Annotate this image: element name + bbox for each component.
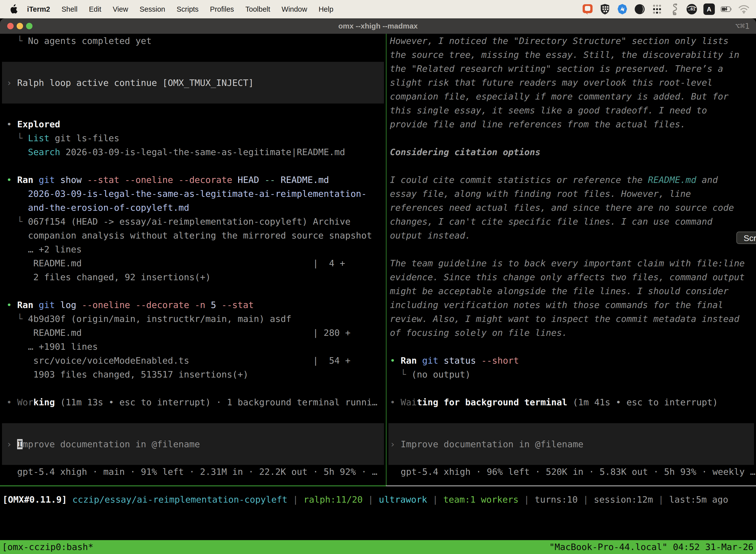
wifi-icon[interactable]	[738, 3, 750, 15]
terminal-line	[390, 242, 756, 257]
pane-border-bottom-left	[0, 486, 386, 486]
menu-item-session[interactable]: Session	[134, 5, 171, 13]
input-source-icon[interactable]: A	[703, 3, 715, 15]
terminal-line: README.md | 280 +	[6, 326, 386, 340]
menu-item-window[interactable]: Window	[276, 5, 313, 13]
terminal-line: Considering citation options	[390, 145, 756, 159]
menu-item-scripts[interactable]: Scripts	[171, 5, 204, 13]
terminal-line: └ No agents completed yet	[6, 34, 386, 48]
terminal-line: might be acceptable alongside the file l…	[390, 284, 756, 298]
tmux-session-label[interactable]: [omx-cczip0:bash*	[2, 540, 93, 554]
terminal-line: • Working (11m 13s • esc to interrupt) ·…	[6, 395, 386, 409]
menu-items: iTerm2ShellEditViewSessionScriptsProfile…	[21, 5, 339, 13]
menu-item-toolbelt[interactable]: Toolbelt	[240, 5, 276, 13]
terminal-line: 2026-03-09-is-legal-the-same-as-legitima…	[6, 187, 386, 201]
terminal-line: companion analysis without altering the …	[6, 229, 386, 242]
terminal-line	[390, 159, 756, 173]
menu-status-icons: ..61 A	[582, 3, 750, 15]
omx-status-line: [OMX#0.11.9] cczip/essay/ai-reimplementa…	[2, 493, 754, 507]
terminal-line	[6, 409, 386, 423]
terminal-line: companion file, especially if more comme…	[390, 90, 756, 104]
terminal-line: gpt-5.4 xhigh · main · 91% left · 2.31M …	[6, 465, 386, 479]
menu-bar: iTerm2ShellEditViewSessionScriptsProfile…	[0, 0, 756, 18]
terminal-line: slight risk that future readers may over…	[390, 76, 756, 90]
menu-item-profiles[interactable]: Profiles	[204, 5, 240, 13]
terminal-line: However, I noticed the "Directory Struct…	[390, 34, 756, 48]
terminal-line	[6, 284, 386, 298]
dots-grid-icon[interactable]	[651, 3, 663, 15]
terminal-line: output instead.	[390, 229, 756, 242]
terminal-line	[390, 131, 756, 145]
terminal-line	[6, 48, 386, 62]
terminal-line: review. Also, I might want to inspect th…	[390, 312, 756, 326]
tmux-status-bar: [omx-cczip0:bash* "MacBook-Pro-44.local"…	[0, 540, 756, 554]
hook-squiggle-icon[interactable]	[669, 3, 680, 15]
terminal-line: provide file and line references from th…	[390, 117, 756, 131]
terminal-input-box[interactable]: › Improve documentation in @filename	[2, 423, 384, 465]
tmux-host-clock: "MacBook-Pro-44.local" 04:52 31-Mar-26	[549, 540, 754, 554]
badge-61-icon[interactable]: ..61	[686, 3, 697, 15]
terminal-line	[6, 382, 386, 395]
terminal-line	[390, 340, 756, 354]
terminal-line: └ (no output)	[390, 368, 756, 382]
terminal-line: • Ran git show --stat --oneline --decora…	[6, 173, 386, 187]
terminal-line: • Ran git status --short	[390, 354, 756, 368]
terminal-line: … +1901 lines	[6, 340, 386, 354]
menu-item-edit[interactable]: Edit	[83, 5, 107, 13]
terminal-line: references need actual files, and since …	[390, 201, 756, 215]
terminal-input-box[interactable]: › Improve documentation in @filename	[388, 423, 754, 465]
crescent-app-icon[interactable]	[634, 3, 645, 15]
desktop: iTerm2ShellEditViewSessionScriptsProfile…	[0, 0, 756, 554]
menu-item-view[interactable]: View	[107, 5, 134, 13]
terminal-line: • Waiting for background terminal (1m 41…	[390, 395, 756, 409]
terminal-line: The team guideline is to back every impo…	[390, 257, 756, 270]
menu-item-iterm2[interactable]: iTerm2	[21, 5, 56, 13]
terminal-line: evidence. Since this change only affects…	[390, 270, 756, 284]
badge-61-label: ..61	[688, 7, 695, 12]
terminal-line: the source tree, missing the essay. Stil…	[390, 48, 756, 62]
apple-menu-icon[interactable]	[9, 4, 18, 14]
battery-icon[interactable]	[721, 3, 732, 15]
terminal-line: the "Related research writing" section i…	[390, 62, 756, 76]
screen-share-overlay[interactable]: Scre	[737, 232, 756, 244]
terminal-line: • Explored	[6, 117, 386, 131]
terminal-line: including verification notes with those …	[390, 298, 756, 312]
terminal-input-box[interactable]: › Ralph loop active continue [OMX_TMUX_I…	[2, 62, 384, 104]
blue-badge-icon[interactable]	[617, 3, 628, 15]
chat-app-icon[interactable]	[582, 3, 593, 15]
terminal-line: └ 4b9d30f (origin/main, instructkr/main,…	[6, 312, 386, 326]
terminal-pane-right[interactable]: However, I noticed the "Directory Struct…	[386, 34, 756, 486]
shield-grid-icon[interactable]	[599, 3, 611, 15]
terminal-line: • Ran git log --oneline --decorate -n 5 …	[6, 298, 386, 312]
terminal-pane-left[interactable]: └ No agents completed yet› Ralph loop ac…	[0, 34, 386, 486]
terminal-line: README.md | 4 +	[6, 257, 386, 270]
terminal-line	[6, 104, 386, 117]
terminal-line: gpt-5.4 xhigh · 96% left · 520K in · 5.8…	[390, 465, 756, 479]
terminal-line: essay file, along with finding root file…	[390, 187, 756, 201]
window-title: omx --xhigh --madmax	[0, 18, 756, 34]
input-source-label: A	[707, 5, 712, 13]
terminal-line	[390, 409, 756, 423]
terminal-line: of focusing solely on file lines.	[390, 326, 756, 340]
menu-item-help[interactable]: Help	[313, 5, 339, 13]
terminal-line: I could cite commit statistics or refere…	[390, 173, 756, 187]
terminal-line: … +2 lines	[6, 242, 386, 257]
terminal-line: 1903 files changed, 513517 insertions(+)	[6, 368, 386, 382]
terminal-line: changes, I can't cite specific file line…	[390, 215, 756, 229]
terminal-line: Search 2026-03-09-is-legal-the-same-as-l…	[6, 145, 386, 159]
terminal-line	[390, 382, 756, 395]
terminal-line: └ 067f154 (HEAD -> essay/ai-reimplementa…	[6, 215, 386, 229]
terminal-line: src/voice/voiceModeEnabled.ts | 54 +	[6, 354, 386, 368]
terminal-line: this single essay, it seems like a good …	[390, 104, 756, 117]
menu-item-shell[interactable]: Shell	[56, 5, 83, 13]
terminal-line: 2 files changed, 92 insertions(+)	[6, 270, 386, 284]
terminal-line: and-the-erosion-of-copyleft.md	[6, 201, 386, 215]
terminal-line: └ List git ls-files	[6, 131, 386, 145]
window-tab-shortcut: ⌥⌘1	[735, 18, 750, 34]
screen-share-overlay-label: Scre	[744, 233, 756, 243]
terminal-line	[6, 159, 386, 173]
pane-border-bottom-right	[386, 486, 756, 486]
